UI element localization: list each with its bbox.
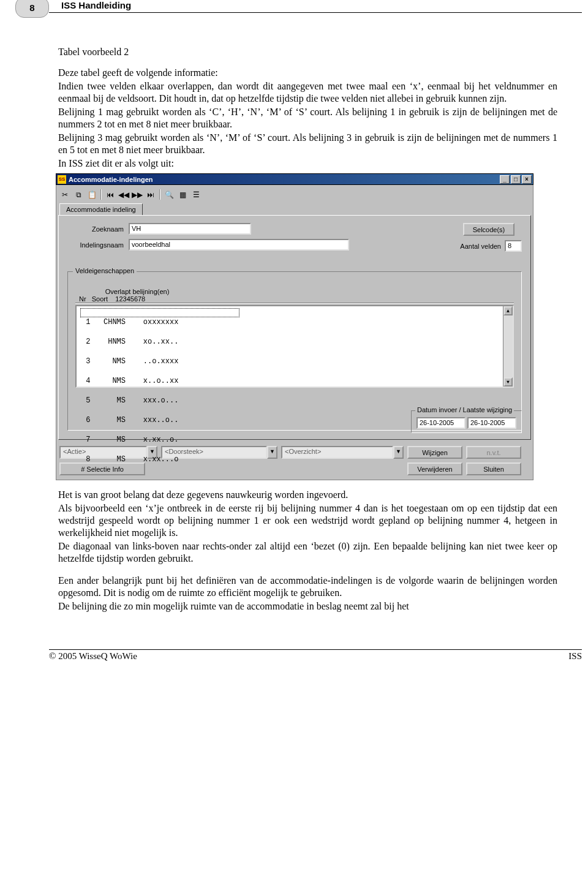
list-icon[interactable]: ☰	[189, 188, 203, 201]
app-window: SS Accommodatie-indelingen _ □ × ✂ ⧉ 📋 ⏮…	[56, 173, 533, 480]
app-icon: SS	[58, 175, 66, 184]
paragraph: De diagonaal van links-boven naar rechts…	[58, 540, 557, 565]
tab-panel: Zoeknaam VH Indelingsnaam voorbeeldhal S…	[58, 215, 531, 440]
page-number-tab: 8	[15, 0, 49, 18]
header-rule	[49, 12, 582, 13]
header-title: ISS Handleiding	[61, 0, 131, 10]
paragraph: Als bijvoorbeeld een ‘x’je ontbreek in d…	[58, 502, 557, 539]
list-row[interactable]: 4 NMS x..o..xx	[81, 376, 513, 386]
scroll-up-icon[interactable]: ▲	[503, 306, 513, 315]
copy-icon[interactable]: ⧉	[72, 188, 85, 201]
paste-icon[interactable]: 📋	[85, 188, 99, 201]
first-icon[interactable]: ⏮	[104, 188, 117, 201]
paragraph: In ISS ziet dit er als volgt uit:	[58, 157, 557, 170]
zoeknaam-input[interactable]: VH	[129, 223, 251, 235]
list-row[interactable]: 3 NMS ..o.xxxx	[81, 357, 513, 366]
maximize-button[interactable]: □	[511, 175, 521, 184]
scroll-down-icon[interactable]: ▼	[503, 377, 513, 387]
scrollbar[interactable]: ▲ ▼	[503, 306, 513, 387]
selcodes-button[interactable]: Selcode(s)	[463, 223, 514, 236]
date-legend: Datum invoer / Laatste wijziging	[415, 406, 514, 413]
minimize-button[interactable]: _	[500, 175, 510, 184]
datum-invoer-field: 26-10-2005	[417, 417, 466, 429]
window-title: Accommodatie-indelingen	[69, 176, 499, 183]
list-row[interactable]: 8 MS x.xx...o	[81, 455, 513, 464]
close-button[interactable]: ×	[522, 175, 532, 184]
next-icon[interactable]: ▶▶	[130, 188, 144, 201]
page-header: 8 ISS Handleiding	[58, 0, 557, 25]
indelingsnaam-input[interactable]: voorbeeldhal	[129, 239, 349, 251]
toolbar: ✂ ⧉ 📋 ⏮ ◀◀ ▶▶ ⏭ 🔍 ▦ ☰	[58, 187, 531, 203]
paragraph: Deze tabel geeft de volgende informatie:	[58, 67, 557, 79]
label-aantal-velden: Aantal velden	[460, 243, 501, 250]
paragraph: Indien twee velden elkaar overlappen, da…	[58, 80, 557, 105]
list-row[interactable]: 2 HNMS xo..xx..	[81, 337, 513, 347]
titlebar: SS Accommodatie-indelingen _ □ ×	[56, 173, 533, 185]
date-group: Datum invoer / Laatste wijziging 26-10-2…	[411, 410, 522, 433]
group-legend: Veldeigenschappen	[73, 267, 137, 274]
tab-accommodatie-indeling[interactable]: Accommodatie indeling	[59, 203, 143, 216]
grid-icon[interactable]: ▦	[176, 188, 189, 201]
cut-icon[interactable]: ✂	[58, 188, 72, 201]
grid-header-2: Nr Soort 12345678	[79, 295, 514, 303]
laatste-wijziging-field: 26-10-2005	[467, 417, 516, 429]
page-footer: © 2005 WisseQ WoWie ISS	[49, 649, 582, 662]
footer-right: ISS	[568, 651, 582, 662]
search-icon[interactable]: 🔍	[162, 188, 176, 201]
aantal-velden-input[interactable]: 8	[505, 240, 522, 252]
list-row[interactable]: 1 CHNMS oxxxxxxx	[81, 317, 513, 327]
paragraph: Belijning 3 mag gebruikt worden als ‘N’,…	[58, 132, 557, 156]
label-zoeknaam: Zoeknaam	[67, 225, 129, 233]
grid-header-1: Overlapt belijning(en)	[79, 288, 514, 295]
last-icon[interactable]: ⏭	[144, 188, 157, 201]
selection-indicator	[80, 308, 239, 317]
paragraph: De belijning die zo min mogelijk ruimte …	[58, 600, 557, 613]
paragraph: Een ander belangrijk punt bij het defini…	[58, 575, 557, 599]
list-row[interactable]: 5 MS xxx.o...	[81, 396, 513, 406]
paragraph: Belijning 1 mag gebruikt worden als ‘C’,…	[58, 106, 557, 130]
belijning-listbox[interactable]: 1 CHNMS oxxxxxxx 2 HNMS xo..xx.. 3 NMS .…	[75, 305, 514, 388]
section-title: Tabel voorbeeld 2	[58, 46, 557, 58]
footer-left: © 2005 WisseQ WoWie	[49, 651, 137, 662]
label-indelingsnaam: Indelingsnaam	[67, 241, 129, 249]
list-row[interactable]: 7 MS x.xx..o.	[81, 435, 513, 445]
prev-icon[interactable]: ◀◀	[117, 188, 130, 201]
